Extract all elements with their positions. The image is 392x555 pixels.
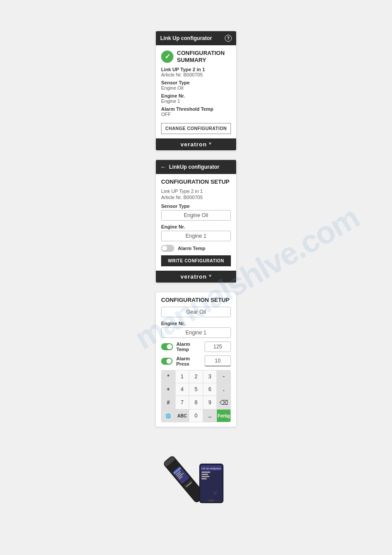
write-config-button[interactable]: WRITE CONFIGURATION [161, 255, 231, 266]
card-config-setup-1: ← LinkUp configurator CONFIGURATION SETU… [155, 160, 237, 283]
toggle-knob [162, 246, 167, 251]
summary-header: CONFIGURATIONSUMMARY [161, 50, 231, 63]
alarm-temp-input[interactable] [205, 341, 231, 352]
alarm-threshold-label: Alarm Threshold Temp [161, 106, 231, 112]
key-2[interactable]: 2 [189, 370, 203, 383]
sensor-type-label: Sensor Type [161, 80, 231, 85]
help-icon[interactable]: ? [225, 35, 232, 42]
key-4[interactable]: 4 [176, 383, 190, 396]
svg-rect-17 [201, 474, 208, 475]
sensor-type-field-group: Sensor Type Engine Oil [161, 203, 231, 221]
alarm-temp-toggle-label: Alarm Temp [178, 246, 205, 251]
article-value: Article Nr. B000705 [161, 72, 231, 77]
card1-header: Link Up configurator ? [156, 31, 236, 45]
card2-body: CONFIGURATION SETUP Link UP Type 2 in 1 … [156, 174, 236, 271]
check-circle-icon [161, 51, 173, 63]
engine-nr-row: Engine Nr. Engine 1 [161, 93, 231, 104]
svg-text:Link Up configurator: Link Up configurator [201, 467, 221, 470]
sensor-type-field-input-2[interactable]: Gear Oil [161, 307, 231, 317]
engine-nr-field-input[interactable]: Engine 1 [161, 231, 231, 241]
engine-nr-value: Engine 1 [161, 98, 231, 104]
card2-title: LinkUp configurator [169, 164, 219, 170]
key-abc[interactable]: ABC [176, 410, 190, 422]
numeric-keyboard: * 1 2 3 - + 4 5 6 . # 7 8 9 [161, 370, 231, 422]
svg-text:☞: ☞ [212, 490, 218, 497]
alarm-temp-toggle-row-2: Alarm Temp [161, 341, 231, 352]
card1-body: CONFIGURATIONSUMMARY Link UP Type 2 in 1… [156, 45, 236, 138]
sensor-type-field-group-2: Gear Oil [161, 307, 231, 317]
keyboard-row-2: + 4 5 6 . [162, 383, 230, 396]
device-type-label: Link UP Type 2 in 1 [161, 67, 231, 72]
key-5[interactable]: 5 [189, 383, 203, 396]
sensor-type-row: Sensor Type Engine Oil [161, 80, 231, 91]
keyboard-row-4: 🌐 ABC 0 ⎵ Fertig [162, 410, 230, 422]
setup-title-2: CONFIGURATION SETUP [161, 297, 231, 303]
alarm-temp-toggle-row: Alarm Temp [161, 245, 231, 252]
key-backspace[interactable]: ⌫ [217, 396, 230, 410]
card2-header: ← LinkUp configurator [156, 160, 236, 174]
key-hash[interactable]: # [162, 396, 176, 410]
key-6[interactable]: 6 [203, 383, 217, 396]
engine-nr-field-group: Engine Nr. Engine 1 [161, 224, 231, 241]
engine-nr-field-input-2[interactable]: Engine 1 [161, 327, 231, 338]
sensor-type-field-input[interactable]: Engine Oil [161, 210, 231, 221]
key-star[interactable]: * [162, 370, 176, 383]
keyboard-row-1: * 1 2 3 - [162, 370, 230, 383]
summary-title: CONFIGURATIONSUMMARY [177, 50, 225, 63]
engine-nr-field-group-2: Engine Nr. Engine 1 [161, 321, 231, 338]
key-0[interactable]: 0 [189, 410, 203, 422]
key-plus[interactable]: + [162, 383, 176, 396]
svg-rect-16 [201, 472, 210, 473]
veratron-bar-2: veratron ᵛ [156, 271, 236, 283]
key-8[interactable]: 8 [189, 396, 203, 410]
alarm-press-toggle-row: Alarm Press [161, 355, 231, 366]
keyboard-row-3: # 7 8 9 ⌫ [162, 396, 230, 410]
key-7[interactable]: 7 [176, 396, 190, 410]
back-arrow-icon[interactable]: ← [160, 163, 166, 170]
key-3[interactable]: 3 [203, 370, 217, 383]
alarm-threshold-value: OFF [161, 112, 231, 117]
alarm-temp-toggle[interactable] [161, 245, 174, 252]
svg-rect-20 [208, 500, 215, 501]
alarm-press-input[interactable] [205, 355, 231, 366]
alarm-press-toggle-label: Alarm Press [176, 356, 201, 366]
key-9[interactable]: 9 [203, 396, 217, 410]
key-minus[interactable]: - [217, 370, 230, 383]
key-1[interactable]: 1 [176, 370, 190, 383]
card2-device-type: Link UP Type 2 in 1 [161, 189, 231, 194]
alarm-press-toggle[interactable] [161, 358, 173, 365]
svg-rect-18 [201, 476, 209, 477]
engine-nr-label: Engine Nr. [161, 93, 231, 98]
key-globe[interactable]: 🌐 [162, 410, 176, 422]
veratron-bar-1: veratron ᵛ [156, 138, 236, 150]
toggle-knob-3 [166, 359, 172, 364]
card-config-summary: Link Up configurator ? CONFIGURATIONSUMM… [155, 31, 237, 151]
card-config-setup-2: CONFIGURATION SETUP Gear Oil Engine Nr. … [155, 292, 237, 427]
svg-rect-19 [201, 478, 207, 479]
key-fertig[interactable]: Fertig [217, 410, 230, 422]
toggle-knob-2 [167, 344, 172, 349]
device-image-area: veratron )))) Link Up configurator [155, 436, 237, 524]
key-space[interactable]: ⎵ [203, 410, 217, 422]
change-config-button[interactable]: CHANGE CONFIGURATION [161, 123, 231, 134]
key-dot[interactable]: . [217, 383, 230, 396]
alarm-threshold-row: Alarm Threshold Temp OFF [161, 106, 231, 117]
sensor-type-field-label: Sensor Type [161, 203, 231, 209]
card1-title: Link Up configurator [160, 35, 212, 41]
alarm-temp-toggle-label-2: Alarm Temp [176, 341, 201, 352]
device-type-row: Link UP Type 2 in 1 Article Nr. B000705 [161, 67, 231, 77]
engine-nr-field-label-2: Engine Nr. [161, 321, 231, 326]
sensor-type-value: Engine Oil [161, 85, 231, 91]
card3-body: CONFIGURATION SETUP Gear Oil Engine Nr. … [156, 292, 236, 427]
engine-nr-field-label: Engine Nr. [161, 224, 231, 229]
alarm-temp-toggle-2[interactable] [161, 343, 173, 350]
setup-title-1: CONFIGURATION SETUP [161, 178, 231, 185]
card2-article: Article Nr. B000705 [161, 195, 231, 200]
device-illustration: veratron )))) Link Up configurator [155, 437, 237, 523]
